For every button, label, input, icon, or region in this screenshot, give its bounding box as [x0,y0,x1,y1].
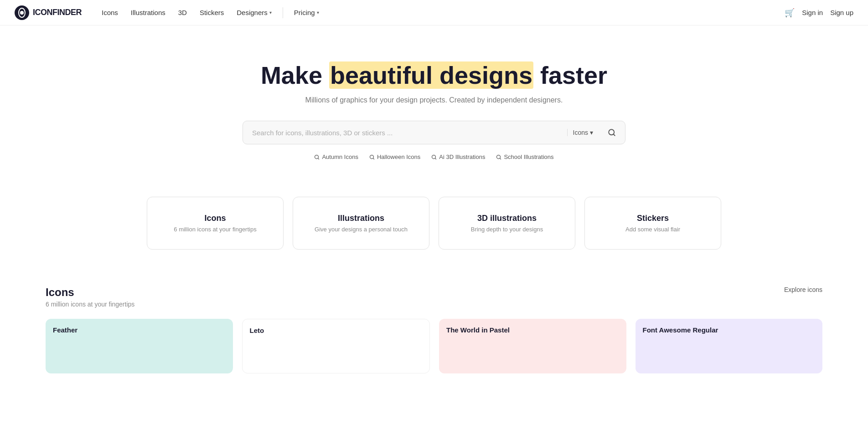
search-bar: Icons ▾ [243,121,625,144]
nav-illustrations[interactable]: Illustrations [125,5,171,20]
icon-pack-world-pastel[interactable]: The World in Pastel [439,319,626,373]
hero-title: Make beautiful designs faster [261,62,607,89]
svg-line-6 [318,158,319,159]
icons-section: Icons Explore icons 6 million icons at y… [0,268,868,383]
search-input[interactable] [243,122,567,144]
svg-line-8 [373,158,374,159]
logo-link[interactable]: ICONFINDER [15,5,82,20]
search-small-icon [431,154,437,160]
designers-chevron-icon: ▾ [269,10,272,15]
cart-icon[interactable]: 🛒 [785,8,795,18]
icon-pack-feather[interactable]: Feather [46,319,233,373]
icons-section-title: Icons [46,286,74,299]
category-3d-card[interactable]: 3D illustrations Bring depth to your des… [439,197,575,250]
search-type-chevron-icon: ▾ [590,129,593,136]
category-section: Icons 6 million icons at your fingertips… [0,188,868,268]
search-type-dropdown[interactable]: Icons ▾ [567,129,599,136]
search-suggestions: Autumn Icons Halloween Icons Ai 3D Illus… [314,153,553,160]
svg-line-12 [500,158,501,159]
svg-point-2 [20,11,24,15]
nav-stickers[interactable]: Stickers [194,5,229,20]
hero-section: Make beautiful designs faster Millions o… [0,26,868,188]
section-header: Icons Explore icons [46,286,822,299]
icon-pack-font-awesome[interactable]: Font Awesome Regular [636,319,823,373]
search-icon [608,128,616,137]
category-icons-card[interactable]: Icons 6 million icons at your fingertips [147,197,284,250]
suggestion-school-illustrations[interactable]: School Illustrations [496,153,553,160]
navbar: ICONFINDER Icons Illustrations 3D Sticke… [0,0,868,26]
category-illustrations-card[interactable]: Illustrations Give your designs a person… [293,197,429,250]
category-stickers-card[interactable]: Stickers Add some visual flair [584,197,721,250]
explore-icons-link[interactable]: Explore icons [784,286,822,293]
svg-line-4 [613,134,615,136]
nav-designers[interactable]: Designers ▾ [231,5,277,20]
icons-section-subtitle: 6 million icons at your fingertips [46,301,822,308]
suggestion-ai-3d[interactable]: Ai 3D Illustrations [431,153,485,160]
search-small-icon [496,154,501,160]
svg-line-10 [435,158,436,159]
search-small-icon [369,154,375,160]
logo-icon [15,5,29,20]
nav-divider [283,7,283,18]
logo-text: ICONFINDER [33,8,82,17]
nav-3d[interactable]: 3D [173,5,192,20]
nav-links: Icons Illustrations 3D Stickers Designer… [96,5,785,20]
signin-link[interactable]: Sign in [802,9,823,16]
signup-link[interactable]: Sign up [830,9,853,16]
icon-packs-row: Feather Leto The World in Pastel Font Aw… [46,319,822,373]
search-small-icon [314,154,320,160]
nav-pricing[interactable]: Pricing ▾ [289,5,325,20]
nav-right: 🛒 Sign in Sign up [785,8,853,18]
suggestion-autumn-icons[interactable]: Autumn Icons [314,153,358,160]
nav-icons[interactable]: Icons [96,5,124,20]
icon-pack-leto[interactable]: Leto [242,319,430,373]
pricing-chevron-icon: ▾ [317,10,319,15]
hero-subtitle: Millions of graphics for your design pro… [305,96,563,104]
search-button[interactable] [599,121,625,144]
suggestion-halloween-icons[interactable]: Halloween Icons [369,153,420,160]
